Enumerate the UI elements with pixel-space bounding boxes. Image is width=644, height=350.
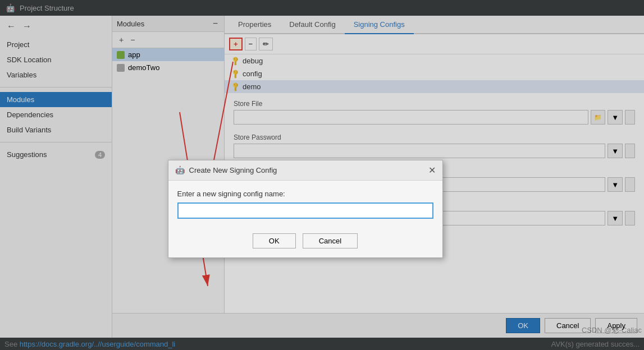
dialog-title: 🤖 Create New Signing Config xyxy=(175,165,277,174)
dialog-overlay: 🤖 Create New Signing Config ✕ Enter a ne… xyxy=(0,0,644,350)
dialog-body: Enter a new signing config name: xyxy=(168,181,442,228)
dialog-ok-button[interactable]: OK xyxy=(253,233,296,248)
dialog-prompt-label: Enter a new signing config name: xyxy=(177,190,433,198)
dialog-android-icon: 🤖 xyxy=(175,165,185,174)
dialog-title-text: Create New Signing Config xyxy=(189,166,277,174)
dialog-close-button[interactable]: ✕ xyxy=(428,165,436,176)
dialog-footer: OK Cancel xyxy=(168,228,442,257)
dialog-input[interactable] xyxy=(177,202,433,219)
create-signing-config-dialog: 🤖 Create New Signing Config ✕ Enter a ne… xyxy=(168,160,443,258)
dialog-cancel-button[interactable]: Cancel xyxy=(303,233,358,248)
dialog-title-bar: 🤖 Create New Signing Config ✕ xyxy=(168,160,442,181)
